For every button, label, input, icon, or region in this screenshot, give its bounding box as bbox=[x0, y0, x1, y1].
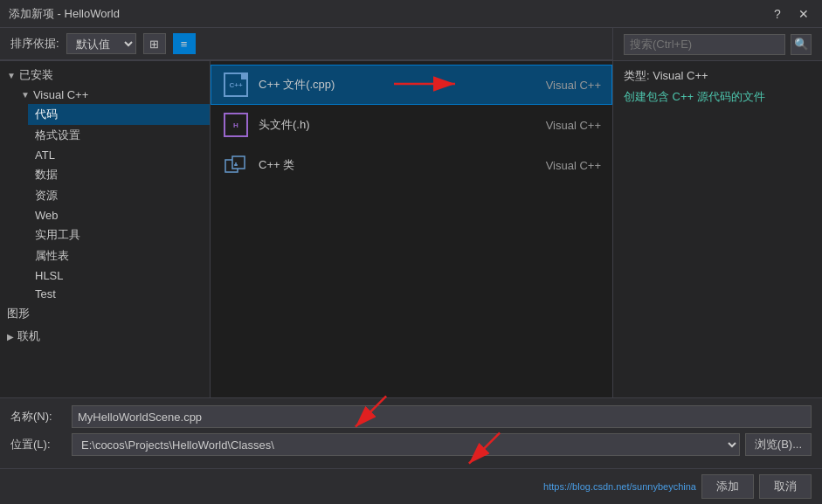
sidebar-item-test[interactable]: Test bbox=[28, 285, 210, 303]
installed-label: 已安装 bbox=[19, 67, 53, 83]
content-area: ▼ 已安装 ▼ Visual C++ 代码 格式设置 bbox=[0, 61, 822, 397]
graphics-label: 图形 bbox=[7, 306, 30, 321]
item-row-cpp[interactable]: C++ C++ 文件(.cpp) Visual C++ bbox=[211, 65, 612, 105]
sidebar-item-code-label: 代码 bbox=[35, 107, 58, 122]
sidebar-item-format-label: 格式设置 bbox=[35, 128, 80, 143]
sidebar: ▼ 已安装 ▼ Visual C++ 代码 格式设置 bbox=[0, 61, 211, 397]
name-label: 名称(N): bbox=[10, 409, 72, 425]
grid-view-btn[interactable]: ⊞ bbox=[143, 33, 166, 54]
list-icon: ≡ bbox=[181, 38, 188, 51]
watermark: https://blog.csdn.net/sunnybeychina bbox=[543, 481, 696, 492]
installed-arrow: ▼ bbox=[7, 71, 16, 80]
item-list: C++ C++ 文件(.cpp) Visual C++ H 头文件(.h) Vi… bbox=[211, 61, 612, 189]
sidebar-item-resource[interactable]: 资源 bbox=[28, 185, 210, 206]
class-icon bbox=[222, 151, 250, 179]
h-file-icon: H bbox=[222, 111, 250, 139]
sidebar-graphics[interactable]: 图形 bbox=[0, 303, 210, 324]
sidebar-item-utils-label: 实用工具 bbox=[35, 227, 80, 243]
add-button[interactable]: 添加 bbox=[701, 474, 754, 499]
cancel-button[interactable]: 取消 bbox=[759, 474, 812, 499]
sidebar-item-format[interactable]: 格式设置 bbox=[28, 125, 210, 146]
sidebar-item-propsheet-label: 属性表 bbox=[35, 248, 69, 264]
center-panel: C++ C++ 文件(.cpp) Visual C++ H 头文件(.h) Vi… bbox=[211, 61, 612, 397]
online-arrow: ▶ bbox=[7, 332, 14, 342]
vcpp-header[interactable]: ▼ Visual C++ bbox=[14, 86, 210, 104]
sidebar-item-web-label: Web bbox=[35, 209, 59, 222]
sidebar-item-resource-label: 资源 bbox=[35, 188, 58, 204]
item-row-h[interactable]: H 头文件(.h) Visual C++ bbox=[211, 105, 612, 145]
sidebar-item-hlsl[interactable]: HLSL bbox=[28, 266, 210, 285]
installed-header[interactable]: ▼ 已安装 bbox=[0, 65, 210, 86]
installed-section: ▼ 已安装 ▼ Visual C++ 代码 格式设置 bbox=[0, 65, 210, 324]
bottom-actions: https://blog.csdn.net/sunnybeychina 添加 取… bbox=[0, 468, 822, 504]
dialog-body: 排序依据: 默认值名称类型 ⊞ ≡ 🔍 ▼ 已安装 bbox=[0, 28, 822, 504]
list-view-btn[interactable]: ≡ bbox=[173, 33, 196, 54]
vcpp-items: 代码 格式设置 ATL 数据 资源 bbox=[14, 104, 210, 303]
location-select[interactable]: E:\cocos\Projects\HelloWorld\Classes\ bbox=[72, 433, 740, 456]
vcpp-section: ▼ Visual C++ 代码 格式设置 ATL bbox=[0, 86, 210, 303]
location-label: 位置(L): bbox=[10, 437, 72, 452]
sidebar-item-propsheet[interactable]: 属性表 bbox=[28, 245, 210, 266]
type-label: 类型: Visual C++ bbox=[624, 68, 812, 84]
vcpp-arrow: ▼ bbox=[21, 90, 30, 100]
vcpp-label: Visual C++ bbox=[33, 88, 88, 101]
sidebar-item-atl-label: ATL bbox=[35, 148, 55, 162]
sidebar-item-test-label: Test bbox=[35, 287, 56, 300]
cpp-file-icon: C++ bbox=[222, 71, 250, 99]
sidebar-item-code[interactable]: 代码 bbox=[28, 104, 210, 125]
online-header[interactable]: ▶ 联机 bbox=[0, 326, 210, 347]
search-area: 🔍 bbox=[612, 28, 822, 60]
sidebar-item-atl[interactable]: ATL bbox=[28, 146, 210, 164]
item-name-class: C++ 类 bbox=[259, 157, 514, 173]
right-panel: 类型: Visual C++ 创建包含 C++ 源代码的文件 bbox=[612, 61, 822, 397]
item-name-cpp: C++ 文件(.cpp) bbox=[259, 77, 514, 93]
search-input[interactable] bbox=[624, 34, 785, 55]
item-cat-cpp: Visual C++ bbox=[514, 79, 601, 92]
sidebar-item-web[interactable]: Web bbox=[28, 206, 210, 224]
sidebar-item-hlsl-label: HLSL bbox=[35, 269, 64, 282]
sort-label: 排序依据: bbox=[10, 36, 59, 52]
browse-button[interactable]: 浏览(B)... bbox=[745, 433, 812, 456]
name-input[interactable] bbox=[72, 405, 812, 428]
sidebar-item-data[interactable]: 数据 bbox=[28, 164, 210, 185]
class-icon-svg bbox=[224, 153, 248, 177]
close-button[interactable]: ✕ bbox=[792, 4, 815, 24]
dialog-title: 添加新项 - HelloWorld bbox=[9, 6, 120, 22]
type-description: 创建包含 C++ 源代码的文件 bbox=[624, 89, 812, 105]
search-button[interactable]: 🔍 bbox=[791, 34, 812, 55]
item-name-h: 头文件(.h) bbox=[259, 117, 514, 133]
sidebar-item-utils[interactable]: 实用工具 bbox=[28, 224, 210, 245]
item-cat-class: Visual C++ bbox=[514, 159, 601, 172]
help-button[interactable]: ? bbox=[766, 4, 789, 24]
search-icon: 🔍 bbox=[794, 38, 809, 51]
window-controls: ? ✕ bbox=[766, 4, 815, 24]
title-bar: 添加新项 - HelloWorld ? ✕ bbox=[0, 0, 822, 28]
sort-dropdown[interactable]: 默认值名称类型 bbox=[66, 33, 136, 54]
location-row: 位置(L): E:\cocos\Projects\HelloWorld\Clas… bbox=[10, 433, 812, 456]
name-row: 名称(N): bbox=[10, 405, 812, 428]
bottom-form: 名称(N): 位置(L): E:\cocos\Projects\HelloWor… bbox=[0, 397, 822, 468]
sidebar-item-data-label: 数据 bbox=[35, 167, 58, 183]
svg-rect-1 bbox=[232, 156, 245, 169]
online-label: 联机 bbox=[17, 328, 40, 344]
item-cat-h: Visual C++ bbox=[514, 119, 601, 132]
bottom-section: 名称(N): 位置(L): E:\cocos\Projects\HelloWor… bbox=[0, 397, 822, 504]
grid-icon: ⊞ bbox=[149, 38, 159, 51]
item-row-class[interactable]: C++ 类 Visual C++ bbox=[211, 145, 612, 185]
online-section: ▶ 联机 bbox=[0, 326, 210, 347]
